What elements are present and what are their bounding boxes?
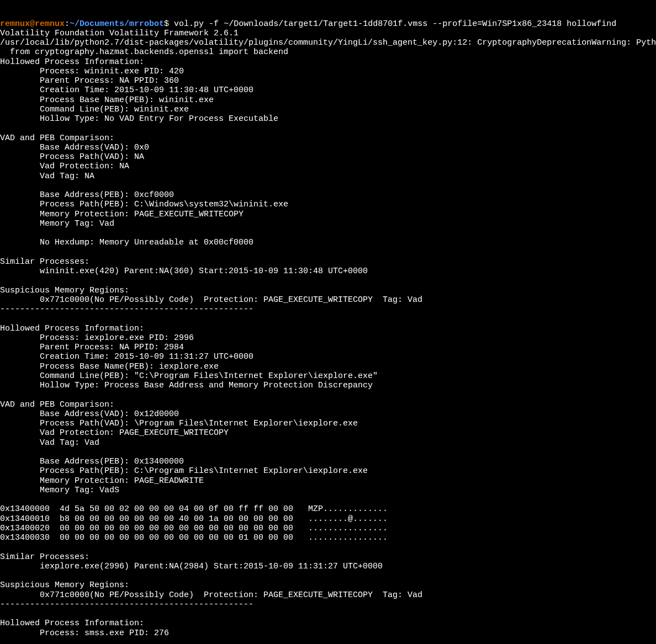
output-line: Hollowed Process Information: — [0, 324, 144, 333]
output-line: VAD and PEB Comparison: — [0, 134, 114, 143]
output-line: Vad Tag: Vad — [0, 438, 99, 448]
output-line: Vad Tag: NA — [0, 172, 94, 181]
output-line: Creation Time: 2015-10-09 11:30:48 UTC+0… — [0, 86, 253, 95]
output-line: from cryptography.hazmat.backends.openss… — [0, 47, 288, 57]
output-line: 0x13400000 4d 5a 50 00 02 00 00 00 04 00… — [0, 504, 388, 514]
output-line: Base Address(VAD): 0x0 — [0, 143, 149, 152]
output-line: Process Path(VAD): \Program Files\Intern… — [0, 419, 358, 428]
output-line: Memory Tag: Vad — [0, 219, 114, 228]
output-line: Similar Processes: — [0, 552, 89, 562]
output-line: Base Address(PEB): 0x13400000 — [0, 457, 184, 466]
output-line: Process: wininit.exe PID: 420 — [0, 67, 184, 76]
output-line: Command Line(PEB): "C:\Program Files\Int… — [0, 371, 378, 381]
command-input[interactable]: vol.py -f ~/Downloads/target1/Target1-1d… — [169, 19, 616, 29]
output-line: Base Address(VAD): 0x12d0000 — [0, 409, 179, 419]
output-line: 0x771c0000(No PE/Possibly Code) Protecti… — [0, 590, 422, 600]
prompt-at: @ — [30, 19, 35, 29]
output-line: Memory Protection: PAGE_READWRITE — [0, 476, 204, 486]
output-line: /usr/local/lib/python2.7/dist-packages/v… — [0, 38, 656, 47]
prompt-colon: : — [65, 19, 70, 29]
output-line: VAD and PEB Comparison: — [0, 400, 114, 409]
output-line: Parent Process: NA PPID: 360 — [0, 76, 179, 86]
output-line: 0x13400030 00 00 00 00 00 00 00 00 00 00… — [0, 533, 388, 542]
output-line: iexplore.exe(2996) Parent:NA(2984) Start… — [0, 562, 383, 571]
output-line: ----------------------------------------… — [0, 305, 253, 314]
output-line: Similar Processes: — [0, 257, 89, 267]
output-line: Vad Protection: PAGE_EXECUTE_WRITECOPY — [0, 428, 229, 438]
output-line: Suspicious Memory Regions: — [0, 286, 129, 295]
output-line: Process Path(PEB): C:\Program Files\Inte… — [0, 466, 368, 476]
prompt-user: remnux — [0, 19, 30, 29]
output-line: Vad Protection: NA — [0, 162, 129, 171]
output-line: wininit.exe(420) Parent:NA(360) Start:20… — [0, 267, 368, 276]
output-line: Suspicious Memory Regions: — [0, 581, 129, 590]
prompt-host: remnux — [35, 19, 65, 29]
prompt-path: ~/Documents/mrrobot — [70, 19, 164, 29]
output-line: Parent Process: NA PPID: 2984 — [0, 343, 184, 352]
output-line: Volatility Foundation Volatility Framewo… — [0, 29, 239, 38]
output-line: Hollow Type: No VAD Entry For Process Ex… — [0, 114, 278, 124]
output-line: 0x771c0000(No PE/Possibly Code) Protecti… — [0, 295, 422, 305]
output-line: Process: smss.exe PID: 276 — [0, 629, 169, 638]
output-line: 0x13400010 b8 00 00 00 00 00 00 00 40 00… — [0, 514, 388, 524]
output-line: ----------------------------------------… — [0, 600, 253, 609]
output-line: Process Path(VAD): NA — [0, 152, 144, 162]
output-line: Hollow Type: Process Base Address and Me… — [0, 381, 373, 390]
output-line: 0x13400020 00 00 00 00 00 00 00 00 00 00… — [0, 524, 388, 533]
output-line: Memory Tag: VadS — [0, 486, 119, 495]
output-line: Creation Time: 2015-10-09 11:31:27 UTC+0… — [0, 352, 253, 361]
output-line: Process Base Name(PEB): wininit.exe — [0, 95, 214, 105]
output-line: No Hexdump: Memory Unreadable at 0x00cf0… — [0, 238, 253, 247]
output-line: Hollowed Process Information: — [0, 57, 144, 67]
prompt-dollar: $ — [164, 19, 169, 29]
output-line: Hollowed Process Information: — [0, 619, 144, 628]
terminal-window[interactable]: remnux@remnux:~/Documents/mrrobot$ vol.p… — [0, 19, 656, 638]
output-line: Memory Protection: PAGE_EXECUTE_WRITECOP… — [0, 210, 244, 219]
output-line: Process Path(PEB): C:\Windows\system32\w… — [0, 200, 288, 209]
output-line: Base Address(PEB): 0xcf0000 — [0, 190, 174, 200]
output-line: Command Line(PEB): wininit.exe — [0, 105, 189, 114]
output-line: Process Base Name(PEB): iexplore.exe — [0, 362, 219, 371]
output-line: Process: iexplore.exe PID: 2996 — [0, 333, 194, 343]
